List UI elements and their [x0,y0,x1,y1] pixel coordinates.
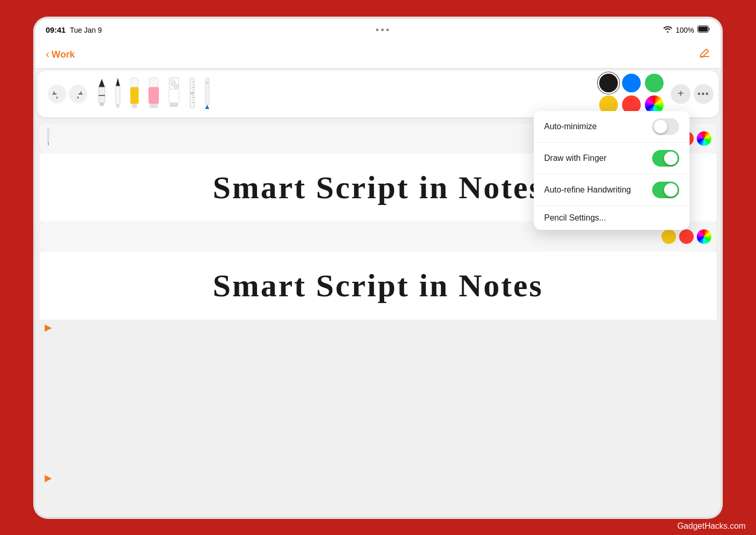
dot1 [376,29,379,31]
mini-tool1 [45,126,52,152]
watermark: GadgetHacks.com [677,522,746,531]
undo-button[interactable] [48,85,66,103]
mini-colors2 [662,229,711,244]
dropdown-auto-refine[interactable]: Auto-refine Handwriting [534,174,690,206]
svg-rect-35 [47,128,49,142]
ruler-tool[interactable]: 80 [186,76,198,112]
dot3 [386,29,389,31]
status-date: Tue Jan 9 [70,26,102,34]
svg-rect-8 [116,104,119,107]
fill-tool[interactable] [165,76,183,112]
more-options-button[interactable]: ••• [694,84,713,104]
svg-rect-3 [99,87,105,103]
play-arrow-2[interactable]: ▶ [45,472,52,484]
toggle-knob-finger [664,152,678,165]
color-blue[interactable] [622,74,641,92]
svg-rect-33 [206,82,209,84]
device-frame: 09:41 Tue Jan 9 100% [35,19,721,517]
marker-tool[interactable] [127,76,142,112]
edit-note-icon[interactable] [699,47,710,62]
auto-refine-label: Auto-refine Handwriting [544,185,631,195]
svg-rect-32 [205,78,209,105]
svg-rect-1 [698,26,708,32]
svg-marker-2 [99,79,105,87]
auto-minimize-toggle[interactable] [652,118,679,135]
svg-marker-34 [205,105,209,109]
auto-refine-toggle[interactable] [652,182,679,198]
battery-icon [697,25,710,34]
mini-color-yellow2 [662,229,676,244]
battery-percent: 100% [676,26,694,34]
pencil-settings-label: Pencil Settings... [544,213,606,223]
toggle-knob [654,120,667,133]
layout-wrapper: 09:41 Tue Jan 9 100% [35,19,721,517]
nav-right-buttons [699,47,710,62]
pen-tool[interactable] [112,76,124,112]
dropdown-menu: Auto-minimize Draw with Finger Auto-refi… [534,111,690,230]
wifi-icon [663,25,672,34]
undo-redo-group [48,85,87,103]
back-button[interactable]: ‹ Work [46,48,75,61]
svg-rect-9 [131,78,138,87]
nav-title: Work [51,49,75,60]
note2-text: Smart Script in Notes [39,252,717,320]
mini-color-multi2 [697,229,711,244]
nav-bar: ‹ Work [35,42,721,68]
dropdown-auto-minimize[interactable]: Auto-minimize [534,111,690,143]
svg-rect-14 [150,104,158,108]
color-green[interactable] [645,74,664,92]
svg-rect-4 [100,103,104,106]
dropdown-pencil-settings[interactable]: Pencil Settings... [534,206,690,230]
svg-rect-12 [149,78,158,87]
svg-rect-19 [169,89,179,103]
draw-finger-toggle[interactable] [652,150,679,167]
svg-rect-7 [116,86,120,104]
svg-rect-13 [148,87,159,104]
draw-finger-label: Draw with Finger [544,154,606,163]
eraser-tool[interactable] [145,76,162,112]
play-arrow-1[interactable]: ▶ [45,322,52,333]
color-palette [599,74,664,114]
pencil-tool[interactable] [95,76,109,112]
auto-minimize-label: Auto-minimize [544,122,597,131]
back-arrow-icon: ‹ [46,48,49,61]
color-row-top [599,74,664,92]
svg-rect-20 [170,103,178,107]
color-black[interactable] [599,74,618,92]
toggle-knob-refine [664,183,678,197]
status-dots [376,29,389,31]
svg-rect-10 [130,87,139,104]
status-right: 100% [663,25,710,34]
dot2 [381,29,384,31]
svg-rect-11 [132,104,137,108]
svg-marker-6 [116,78,120,86]
add-color-button[interactable]: + [671,84,691,104]
svg-text:80: 80 [191,92,194,95]
mini-color-multi [697,131,711,146]
drawing-toolbar: 80 [37,71,719,117]
mini-color-red2 [679,229,694,244]
dropdown-draw-finger[interactable]: Draw with Finger [534,143,690,174]
status-bar: 09:41 Tue Jan 9 100% [35,19,721,42]
blue-pen-tool[interactable] [201,76,213,112]
redo-button[interactable] [69,85,87,103]
status-time: 09:41 [46,25,65,34]
